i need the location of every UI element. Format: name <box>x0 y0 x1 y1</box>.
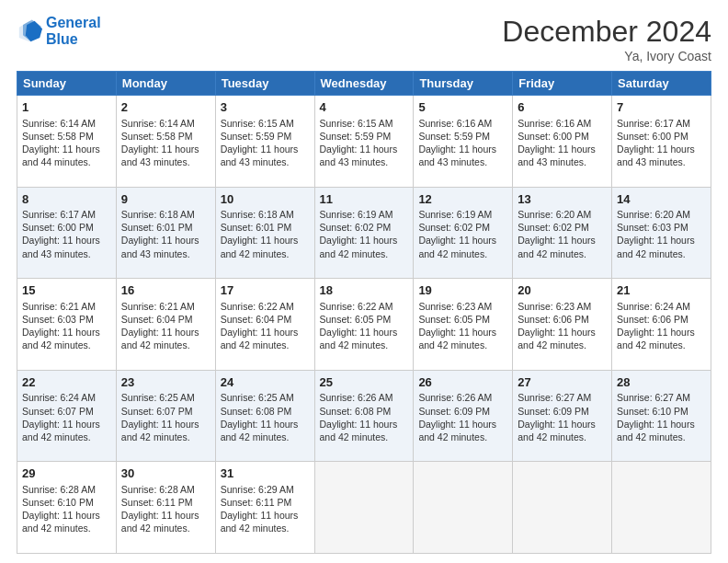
col-header-tuesday: Tuesday <box>215 72 314 96</box>
day-info: Sunrise: 6:24 AM <box>617 300 706 313</box>
day-cell: 3Sunrise: 6:15 AMSunset: 5:59 PMDaylight… <box>215 96 314 188</box>
day-info: Sunrise: 6:22 AM <box>221 300 310 313</box>
day-cell: 30Sunrise: 6:28 AMSunset: 6:11 PMDayligh… <box>116 462 215 554</box>
day-info: and 42 minutes. <box>518 247 607 260</box>
day-number: 25 <box>320 374 409 391</box>
day-cell: 20Sunrise: 6:23 AMSunset: 6:06 PMDayligh… <box>513 279 612 371</box>
day-info: Daylight: 11 hours <box>617 326 706 339</box>
day-info: Sunrise: 6:28 AM <box>121 483 210 496</box>
day-info: Daylight: 11 hours <box>221 509 310 522</box>
day-info: and 42 minutes. <box>221 431 310 443</box>
day-info: Sunset: 6:02 PM <box>518 221 607 234</box>
day-info: and 43 minutes. <box>320 155 409 168</box>
day-info: Sunrise: 6:20 AM <box>617 208 706 221</box>
day-info: Daylight: 11 hours <box>518 143 607 155</box>
day-cell: 8Sunrise: 6:17 AMSunset: 6:00 PMDaylight… <box>17 187 117 279</box>
day-info: Sunset: 5:59 PM <box>320 130 409 143</box>
day-cell: 23Sunrise: 6:25 AMSunset: 6:07 PMDayligh… <box>116 370 215 462</box>
calendar: SundayMondayTuesdayWednesdayThursdayFrid… <box>17 71 711 554</box>
day-info: Sunset: 6:03 PM <box>617 221 706 234</box>
day-cell: 21Sunrise: 6:24 AMSunset: 6:06 PMDayligh… <box>612 279 711 371</box>
day-info: Sunrise: 6:19 AM <box>320 208 409 221</box>
day-info: Daylight: 11 hours <box>418 234 507 247</box>
day-info: Sunset: 6:11 PM <box>121 496 210 509</box>
day-info: Daylight: 11 hours <box>22 234 111 247</box>
day-info: and 42 minutes. <box>221 339 310 351</box>
day-info: Sunset: 5:59 PM <box>221 130 310 143</box>
day-number: 29 <box>22 465 111 482</box>
day-info: Sunset: 6:05 PM <box>320 313 409 326</box>
day-info: Sunrise: 6:18 AM <box>121 208 210 221</box>
day-info: and 43 minutes. <box>121 155 210 168</box>
col-header-thursday: Thursday <box>414 72 513 96</box>
day-info: Sunrise: 6:27 AM <box>518 391 607 404</box>
day-info: Sunrise: 6:14 AM <box>121 117 210 130</box>
day-info: Sunrise: 6:24 AM <box>22 391 111 404</box>
day-info: Sunset: 5:58 PM <box>22 130 111 143</box>
day-number: 24 <box>221 374 310 391</box>
day-info: and 42 minutes. <box>121 522 210 534</box>
day-number: 11 <box>320 191 409 208</box>
day-info: Daylight: 11 hours <box>320 326 409 339</box>
day-info: and 42 minutes. <box>617 247 706 260</box>
day-info: and 42 minutes. <box>418 247 507 260</box>
day-info: Daylight: 11 hours <box>121 326 210 339</box>
day-info: Sunset: 6:08 PM <box>320 405 409 418</box>
day-info: and 43 minutes. <box>518 155 607 168</box>
day-info: and 42 minutes. <box>320 431 409 443</box>
day-number: 20 <box>518 282 607 299</box>
day-cell: 16Sunrise: 6:21 AMSunset: 6:04 PMDayligh… <box>116 279 215 371</box>
day-number: 22 <box>22 374 111 391</box>
day-cell: 5Sunrise: 6:16 AMSunset: 5:59 PMDaylight… <box>414 96 513 188</box>
day-cell: 2Sunrise: 6:14 AMSunset: 5:58 PMDaylight… <box>116 96 215 188</box>
day-cell: 28Sunrise: 6:27 AMSunset: 6:10 PMDayligh… <box>612 370 711 462</box>
day-info: Sunrise: 6:17 AM <box>22 208 111 221</box>
day-info: Sunrise: 6:16 AM <box>518 117 607 130</box>
logo: General Blue <box>17 15 101 47</box>
day-info: Sunset: 6:00 PM <box>22 221 111 234</box>
day-info: and 43 minutes. <box>617 155 706 168</box>
day-info: Sunset: 6:06 PM <box>518 313 607 326</box>
day-cell: 25Sunrise: 6:26 AMSunset: 6:08 PMDayligh… <box>314 370 414 462</box>
day-number: 2 <box>121 99 210 116</box>
day-number: 4 <box>320 99 409 116</box>
day-number: 19 <box>418 282 507 299</box>
day-number: 9 <box>121 191 210 208</box>
day-info: Daylight: 11 hours <box>121 143 210 155</box>
day-info: and 42 minutes. <box>22 522 111 534</box>
day-info: Daylight: 11 hours <box>221 234 310 247</box>
day-info: and 42 minutes. <box>518 431 607 443</box>
day-info: and 43 minutes. <box>121 247 210 260</box>
day-info: Daylight: 11 hours <box>22 418 111 431</box>
day-number: 6 <box>518 99 607 116</box>
day-number: 21 <box>617 282 706 299</box>
day-info: Sunrise: 6:15 AM <box>320 117 409 130</box>
day-info: Sunrise: 6:26 AM <box>418 391 507 404</box>
day-info: Sunrise: 6:19 AM <box>418 208 507 221</box>
day-number: 1 <box>22 99 111 116</box>
day-cell <box>414 462 513 554</box>
day-info: and 43 minutes. <box>418 155 507 168</box>
day-cell: 14Sunrise: 6:20 AMSunset: 6:03 PMDayligh… <box>612 187 711 279</box>
day-cell <box>314 462 414 554</box>
day-info: Sunrise: 6:15 AM <box>221 117 310 130</box>
day-info: Sunrise: 6:22 AM <box>320 300 409 313</box>
day-info: and 43 minutes. <box>22 247 111 260</box>
page: General Blue December 2024 Ya, Ivory Coa… <box>0 0 728 563</box>
day-cell <box>513 462 612 554</box>
week-row-4: 22Sunrise: 6:24 AMSunset: 6:07 PMDayligh… <box>17 370 711 462</box>
day-info: Sunrise: 6:20 AM <box>518 208 607 221</box>
day-info: Daylight: 11 hours <box>518 326 607 339</box>
col-header-saturday: Saturday <box>612 72 711 96</box>
logo-icon <box>17 18 42 44</box>
day-number: 15 <box>22 282 111 299</box>
day-cell: 15Sunrise: 6:21 AMSunset: 6:03 PMDayligh… <box>17 279 117 371</box>
day-number: 3 <box>221 99 310 116</box>
day-info: Sunrise: 6:28 AM <box>22 483 111 496</box>
day-info: Sunset: 6:01 PM <box>221 221 310 234</box>
day-info: Sunset: 6:02 PM <box>418 221 507 234</box>
day-cell: 7Sunrise: 6:17 AMSunset: 6:00 PMDaylight… <box>612 96 711 188</box>
day-info: and 42 minutes. <box>22 431 111 443</box>
day-info: Daylight: 11 hours <box>320 234 409 247</box>
day-info: Daylight: 11 hours <box>418 143 507 155</box>
